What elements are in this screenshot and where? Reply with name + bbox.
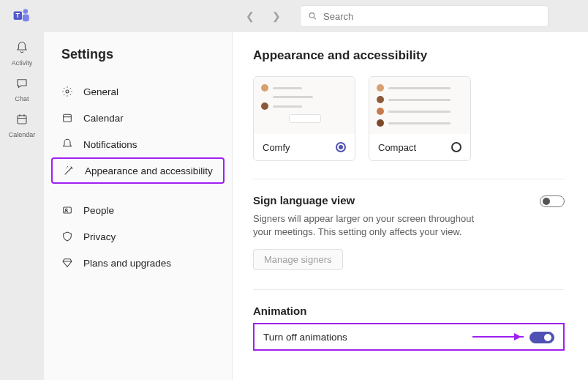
animation-row-highlight: Turn off animations <box>253 323 565 351</box>
density-label: Compact <box>378 142 416 153</box>
nav-label: Plans and upgrades <box>83 258 171 269</box>
nav-label: Appearance and accessibility <box>85 165 213 176</box>
calendar-icon <box>15 113 29 130</box>
wand-icon <box>63 165 75 176</box>
nav-label: Privacy <box>83 231 116 242</box>
svg-rect-7 <box>64 114 72 122</box>
search-wrap <box>300 5 549 27</box>
chat-icon <box>15 77 29 94</box>
radio-icon <box>451 142 461 152</box>
nav-label: Calendar <box>83 113 124 124</box>
svg-rect-3 <box>23 15 29 22</box>
sign-language-section: Sign language view Signers will appear l… <box>253 194 565 239</box>
svg-point-5 <box>309 13 314 18</box>
density-comfy[interactable]: Comfy <box>253 76 355 161</box>
nav-label: Notifications <box>83 139 137 150</box>
density-row: Comfy Compact <box>253 76 565 161</box>
search-input-wrap[interactable] <box>300 5 549 27</box>
nav-forward[interactable]: ❯ <box>266 7 287 25</box>
calendar-icon <box>61 112 73 124</box>
svg-point-9 <box>65 209 67 211</box>
section-title: Sign language view <box>253 194 480 206</box>
density-preview <box>369 77 470 134</box>
nav-notifications[interactable]: Notifications <box>51 131 225 157</box>
nav-appearance[interactable]: Appearance and accessibility <box>51 157 225 184</box>
svg-rect-4 <box>18 116 26 124</box>
density-label: Comfy <box>263 142 290 153</box>
section-desc: Signers will appear larger on your scree… <box>253 212 480 239</box>
people-icon <box>61 204 73 216</box>
settings-nav: Settings General Calendar Notifications … <box>44 32 233 380</box>
svg-point-6 <box>66 90 69 93</box>
search-icon <box>308 11 317 21</box>
nav-label: People <box>83 205 114 216</box>
sign-language-toggle[interactable] <box>540 195 565 207</box>
settings-pane: Appearance and accessibility Comfy <box>233 32 588 380</box>
arrow-annotation-icon <box>472 336 524 338</box>
nav-label: General <box>83 86 118 97</box>
section-title: Animation <box>253 305 565 317</box>
rail-activity[interactable]: Activity <box>4 35 39 71</box>
rail-calendar[interactable]: Calendar <box>4 107 39 143</box>
density-compact[interactable]: Compact <box>369 76 471 161</box>
rail-chat[interactable]: Chat <box>4 71 39 107</box>
search-input[interactable] <box>323 11 540 22</box>
nav-privacy[interactable]: Privacy <box>51 223 225 250</box>
nav-people[interactable]: People <box>51 197 225 223</box>
rail-label: Chat <box>15 95 29 103</box>
bell-icon <box>61 138 73 150</box>
main-area: ❮ ❯ Settings General Calendar <box>44 0 588 380</box>
pane-heading: Appearance and accessibility <box>253 48 565 63</box>
rail-label: Activity <box>12 59 33 67</box>
manage-signers-button[interactable]: Manage signers <box>253 249 343 270</box>
nav-plans[interactable]: Plans and upgrades <box>51 250 225 276</box>
radio-icon <box>336 142 346 152</box>
nav-general[interactable]: General <box>51 78 225 105</box>
bell-icon <box>15 41 29 58</box>
settings-title: Settings <box>44 47 232 75</box>
app-rail: T Activity Chat Calendar <box>0 0 44 380</box>
gear-icon <box>61 86 73 97</box>
animation-label: Turn off animations <box>263 332 347 343</box>
svg-text:T: T <box>16 12 20 19</box>
nav-back[interactable]: ❮ <box>240 7 260 25</box>
diamond-icon <box>61 257 73 269</box>
nav-calendar[interactable]: Calendar <box>51 105 225 131</box>
rail-label: Calendar <box>9 131 36 138</box>
content: Settings General Calendar Notifications … <box>44 32 588 380</box>
teams-logo: T <box>12 6 32 26</box>
divider <box>253 289 565 290</box>
density-preview <box>254 77 355 134</box>
turn-off-animations-toggle[interactable] <box>529 332 554 343</box>
shield-icon <box>61 231 73 242</box>
svg-point-2 <box>23 9 29 14</box>
topbar: ❮ ❯ <box>44 0 588 32</box>
divider <box>253 179 565 179</box>
